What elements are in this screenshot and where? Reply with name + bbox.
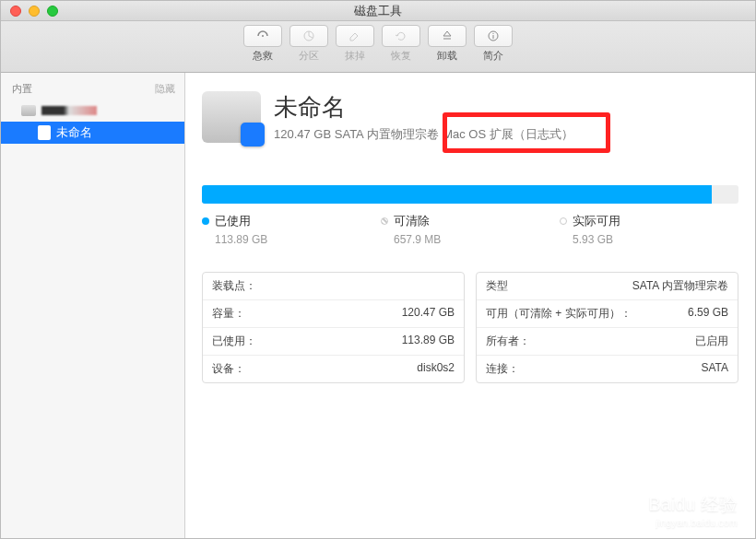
legend-free: 实际可用 5.93 GB xyxy=(560,213,738,246)
restore-button: 恢复 xyxy=(382,25,420,63)
unmount-icon xyxy=(428,25,467,47)
legend-used: 已使用 113.89 GB xyxy=(202,213,381,246)
usage-legend: 已使用 113.89 GB 可清除 657.9 MB 实际可用 5.93 GB xyxy=(202,213,738,246)
erase-icon xyxy=(336,25,374,47)
volume-description-a: 120.47 GB SATA 内置物理宗卷 xyxy=(274,127,439,141)
window-title: 磁盘工具 xyxy=(354,3,402,19)
restore-icon xyxy=(382,25,420,47)
volume-icon xyxy=(38,125,51,140)
erase-button: 抹掉 xyxy=(336,25,374,63)
unmount-button[interactable]: 卸载 xyxy=(428,25,467,63)
sidebar-volume-label: 未命名 xyxy=(56,124,92,141)
sidebar-section-header: 内置 隐藏 xyxy=(1,78,184,100)
zoom-button[interactable] xyxy=(47,6,58,17)
toolbar: 急救 分区 抹掉 恢复 卸载 简介 xyxy=(1,21,755,73)
sidebar-hide-button[interactable]: 隐藏 xyxy=(155,82,175,96)
info-table-left: 装载点： 容量：120.47 GB 已使用：113.89 GB 设备：disk0… xyxy=(202,272,465,383)
info-table-right: 类型SATA 内置物理宗卷 可用（可清除 + 实际可用）：6.59 GB 所有者… xyxy=(476,272,738,383)
info-button[interactable]: 简介 xyxy=(474,25,513,63)
sidebar-item-disk[interactable] xyxy=(1,100,184,122)
usage-bar xyxy=(202,185,738,204)
dot-blue-icon xyxy=(202,217,209,225)
first-aid-button[interactable]: 急救 xyxy=(243,25,282,63)
partition-icon xyxy=(289,25,328,47)
minimize-button[interactable] xyxy=(29,6,40,17)
volume-description-b: Mac OS 扩展（日志式） xyxy=(443,127,573,141)
titlebar: 磁盘工具 xyxy=(1,1,755,21)
watermark-url: jingyan.baidu.com xyxy=(648,517,738,528)
info-icon xyxy=(474,25,513,47)
volume-header: 未命名 120.47 GB SATA 内置物理宗卷 Mac OS 扩展（日志式） xyxy=(202,91,738,143)
first-aid-icon xyxy=(243,25,282,47)
volume-icon-large xyxy=(202,91,261,143)
dot-white-icon xyxy=(560,217,567,225)
usage-bar-used xyxy=(202,185,712,204)
sidebar-section-label: 内置 xyxy=(12,82,32,96)
watermark-brand: Baidu 经验 xyxy=(648,494,738,514)
close-button[interactable] xyxy=(10,6,21,17)
disk-name-redacted xyxy=(41,106,97,115)
main-panel: 未命名 120.47 GB SATA 内置物理宗卷 Mac OS 扩展（日志式）… xyxy=(185,73,755,538)
window: 磁盘工具 急救 分区 抹掉 恢复 卸载 简介 内置 xyxy=(0,0,756,539)
info-tables: 装载点： 容量：120.47 GB 已使用：113.89 GB 设备：disk0… xyxy=(202,272,738,383)
watermark: Baidu 经验 jingyan.baidu.com xyxy=(648,492,738,528)
volume-name: 未命名 xyxy=(274,91,738,123)
partition-button: 分区 xyxy=(289,25,328,63)
traffic-lights xyxy=(1,6,58,17)
legend-purgeable: 可清除 657.9 MB xyxy=(381,213,560,246)
svg-point-0 xyxy=(262,35,264,37)
content-area: 内置 隐藏 未命名 未命名 120.47 GB SATA 内置物理宗卷 Mac … xyxy=(1,73,755,538)
hard-disk-icon xyxy=(21,105,36,116)
sidebar-item-volume[interactable]: 未命名 xyxy=(1,122,184,144)
dot-stripe-icon xyxy=(381,217,388,225)
sidebar: 内置 隐藏 未命名 xyxy=(1,73,185,538)
